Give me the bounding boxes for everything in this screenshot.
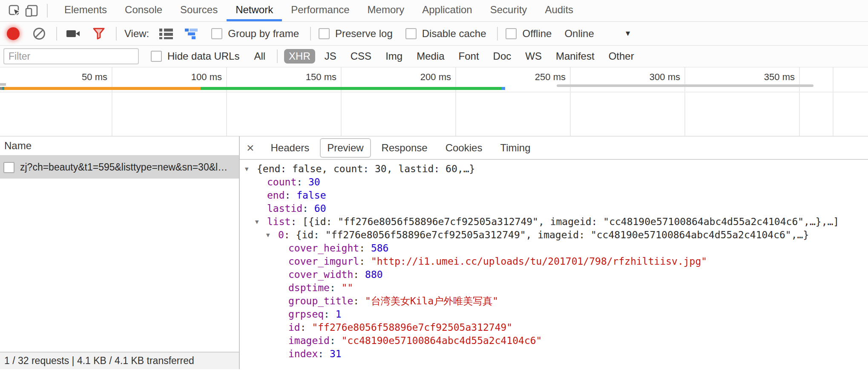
offline-checkbox[interactable] (506, 28, 517, 39)
group-by-frame-label: Group by frame (228, 28, 299, 40)
filter-type-js[interactable]: JS (320, 49, 341, 64)
timeline-tick-label: 200 ms (420, 72, 451, 83)
details-tab-timing[interactable]: Timing (493, 138, 537, 158)
timeline-tick-label: 300 ms (650, 72, 680, 83)
use-large-rows-icon[interactable] (158, 28, 174, 40)
expand-arrow-icon[interactable]: ▼ (266, 228, 270, 242)
timeline-gridline (226, 67, 227, 136)
tab-elements[interactable]: Elements (55, 0, 116, 21)
filter-type-css[interactable]: CSS (346, 49, 376, 64)
request-name: zj?ch=beauty&t1=595&listtype=new&sn=30&l… (20, 162, 227, 173)
expand-arrow-icon[interactable]: ▼ (245, 162, 248, 176)
json-token-num: false (296, 190, 326, 201)
preview-tree-line[interactable]: ▼{end: false, count: 30, lastid: 60,…} (240, 162, 868, 176)
preview-tree-line[interactable]: end: false (240, 189, 868, 202)
details-tab-preview[interactable]: Preview (320, 138, 371, 158)
screenshot-capture-icon[interactable] (66, 28, 81, 39)
name-column-header[interactable]: Name (0, 136, 239, 156)
hide-data-urls-checkbox[interactable] (151, 51, 162, 62)
overview-scrollbar-thumb[interactable] (557, 84, 813, 87)
details-tab-bar: × HeadersPreviewResponseCookiesTiming (240, 136, 868, 160)
clear-button[interactable] (32, 27, 46, 40)
preview-tree-line[interactable]: dsptime: "" (240, 281, 868, 295)
tab-performance[interactable]: Performance (282, 0, 358, 21)
json-token-key: count (267, 176, 296, 188)
preview-tree-line[interactable]: imageid: "cc48190e57100864abc4d55a2c4104… (240, 334, 868, 347)
details-tab-headers[interactable]: Headers (264, 138, 317, 158)
network-overview-timeline[interactable]: 50 ms100 ms150 ms200 ms250 ms300 ms350 m… (0, 67, 868, 136)
json-token-key: 0 (278, 229, 284, 240)
preview-tree-line[interactable]: group_title: "台湾美女Kila户外唯美写真" (240, 295, 868, 308)
json-token-key: cover_height (288, 243, 359, 254)
throttling-dropdown[interactable]: Online ▼ (564, 28, 631, 40)
json-token-str: "" (342, 282, 354, 293)
preserve-log-checkbox[interactable] (319, 28, 330, 39)
tab-console[interactable]: Console (116, 0, 171, 21)
filter-input[interactable] (3, 48, 139, 64)
preview-tree-line[interactable]: ▼list: [{id: "ff276e8056f58896e7cf92505a… (240, 215, 868, 228)
filter-funnel-icon[interactable] (92, 27, 106, 40)
request-checkbox[interactable] (3, 162, 14, 173)
filter-type-ws[interactable]: WS (520, 49, 546, 64)
tab-memory[interactable]: Memory (359, 0, 414, 21)
filter-type-img[interactable]: Img (381, 49, 407, 64)
json-token-key: end (267, 190, 285, 201)
json-token-plain: : (359, 256, 371, 267)
tab-audits[interactable]: Audits (536, 0, 582, 21)
filter-type-all[interactable]: All (249, 49, 270, 64)
request-details-panel: × HeadersPreviewResponseCookiesTiming ▼{… (240, 136, 868, 369)
details-tab-cookies[interactable]: Cookies (438, 138, 490, 158)
tab-network[interactable]: Network (227, 0, 282, 21)
show-overview-waterfall-icon[interactable] (184, 28, 199, 40)
preview-tree-line[interactable]: ▼0: {id: "ff276e8056f58896e7cf92505a3127… (240, 228, 868, 242)
timeline-gridline (684, 67, 685, 136)
json-token-num: 1 (336, 309, 342, 320)
timeline-tick-label: 50 ms (82, 72, 107, 83)
json-token-num: 60 (314, 203, 326, 214)
divider (497, 27, 498, 40)
filter-type-font[interactable]: Font (454, 49, 484, 64)
waterfall-bar-segment (4, 87, 201, 90)
expand-arrow-icon[interactable]: ▼ (255, 215, 259, 228)
json-token-str: "ff276e8056f58896e7cf92505a312749" (312, 322, 512, 333)
filter-type-xhr[interactable]: XHR (284, 49, 315, 64)
preview-tree-line[interactable]: id: "ff276e8056f58896e7cf92505a312749" (240, 321, 868, 334)
disable-cache-checkbox[interactable] (405, 28, 417, 39)
request-row[interactable]: zj?ch=beauty&t1=595&listtype=new&sn=30&l… (0, 156, 239, 179)
json-token-num: 586 (371, 243, 389, 254)
filter-type-manifest[interactable]: Manifest (551, 49, 599, 64)
json-token-key: lastid (267, 203, 302, 214)
preview-tree-line[interactable]: grpseq: 1 (240, 308, 868, 321)
requests-table: Name zj?ch=beauty&t1=595&listtype=new&sn… (0, 136, 240, 369)
preview-tree-line[interactable]: index: 31 (240, 347, 868, 361)
json-token-str: "cc48190e57100864abc4d55a2c4104c6" (342, 335, 542, 346)
preview-tree-line[interactable]: count: 30 (240, 176, 868, 189)
json-token-key: grpseq (288, 309, 324, 320)
tab-sources[interactable]: Sources (171, 0, 227, 21)
tab-application[interactable]: Application (413, 0, 481, 21)
device-toolbar-icon[interactable] (23, 2, 40, 19)
json-token-plain: : (359, 243, 371, 254)
json-preview-tree: ▼{end: false, count: 30, lastid: 60,…}co… (240, 160, 868, 369)
filter-type-media[interactable]: Media (412, 49, 449, 64)
preview-tree-line[interactable]: lastid: 60 (240, 202, 868, 215)
divider (310, 27, 311, 40)
json-token-plain: : (353, 269, 365, 280)
preview-tree-line[interactable]: cover_width: 880 (240, 268, 868, 281)
waterfall-pending-block (0, 83, 6, 86)
json-token-key: cover_width (288, 269, 353, 280)
record-button[interactable] (7, 27, 20, 40)
details-tab-response[interactable]: Response (374, 138, 435, 158)
preview-tree-line[interactable]: cover_height: 586 (240, 242, 868, 255)
json-token-plain: : (285, 190, 297, 201)
view-label: View: (124, 28, 149, 40)
filter-type-other[interactable]: Other (604, 49, 639, 64)
inspect-element-icon[interactable] (6, 2, 23, 19)
timeline-gridline (799, 67, 800, 136)
close-icon[interactable]: × (247, 142, 254, 154)
preserve-log-label: Preserve log (335, 28, 393, 40)
tab-security[interactable]: Security (481, 0, 536, 21)
group-by-frame-checkbox[interactable] (211, 28, 222, 39)
preview-tree-line[interactable]: cover_imgurl: "http://i1.umei.cc/uploads… (240, 255, 868, 268)
filter-type-doc[interactable]: Doc (489, 49, 516, 64)
